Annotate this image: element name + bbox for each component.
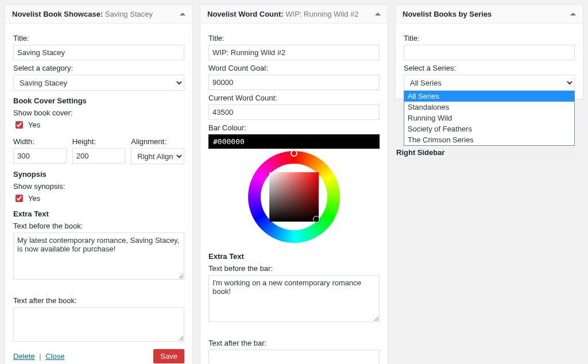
before-bar-label: Text before the bar: [208,264,380,273]
collapse-icon[interactable] [570,13,576,16]
widget-title: Novelist Book Showcase: Saving Stacey [12,10,153,18]
after-label: Text after the book: [13,296,184,305]
show-cover-checkbox[interactable] [16,121,23,129]
series-option[interactable]: Standalones [404,102,574,113]
title-suffix: WIP: Running Wild #2 [285,10,358,18]
hue-wheel-icon[interactable] [248,151,340,243]
widget-header[interactable]: Novelist Books by Series [396,5,583,24]
title-label: Title: [13,34,184,42]
widget-header[interactable]: Novelist Word Count: WIP: Running Wild #… [200,5,388,24]
height-label: Height: [72,137,126,146]
delete-link[interactable]: Delete [13,352,35,361]
yes-label-2: Yes [28,194,40,203]
collapse-icon[interactable] [375,13,381,16]
alignment-label: Alignment: [131,137,184,146]
action-links: Delete | Close [13,352,64,361]
sv-handle[interactable] [313,216,320,223]
yes-label: Yes [28,121,40,129]
color-picker[interactable] [208,149,380,249]
widget-body: Title: Word Count Goal: Current Word Cou… [200,24,388,364]
before-label: Text before the book: [13,222,184,230]
goal-label: Word Count Goal: [208,64,380,72]
title-input[interactable] [208,45,380,60]
current-input[interactable] [208,104,380,120]
height-input[interactable] [72,148,126,164]
title-label: Title: [404,34,575,42]
series-option[interactable]: All Series [404,91,574,102]
goal-input[interactable] [208,75,380,90]
current-label: Current Word Count: [208,94,380,102]
extra-text-heading: Extra Text [13,210,184,218]
widget-title: Novelist Books by Series [403,10,492,18]
width-input[interactable] [13,148,67,164]
show-synopsis-checkbox[interactable] [16,195,23,202]
widget-body: Title: Select a category: Saving Stacey … [5,24,192,364]
widget-books-by-series: Novelist Books by Series Title: Select a… [395,5,583,99]
collapse-icon[interactable] [180,13,185,16]
show-synopsis-label: Show synopsis: [13,182,184,191]
text-before-bar-textarea[interactable] [208,275,380,322]
series-option[interactable]: The Crimson Series [404,134,574,145]
category-select[interactable]: Saving Stacey [13,75,184,91]
series-option[interactable]: Society of Feathers [404,123,574,134]
widget-header[interactable]: Novelist Book Showcase: Saving Stacey [5,5,192,24]
widget-body: Title: Select a Series: All Series All S… [396,24,583,99]
show-cover-label: Show book cover: [13,109,184,117]
text-after-bar-textarea[interactable] [208,350,380,364]
text-after-book-textarea[interactable] [13,307,184,342]
sidebar-area-heading: Right Sidebar [395,145,583,160]
text-before-book-textarea[interactable] [13,233,184,280]
save-button[interactable]: Save [153,349,184,363]
extra-text-heading: Extra Text [208,252,380,261]
series-option[interactable]: Running Wild [404,113,574,123]
title-input[interactable] [404,45,575,60]
title-prefix: Novelist Book Showcase: [12,10,103,18]
close-link[interactable]: Close [45,352,64,361]
bar-colour-label: Bar Colour: [208,123,380,132]
alignment-select[interactable]: Right Aligned [131,148,184,164]
series-select-wrap: All Series All Series Standalones Runnin… [404,75,575,91]
select-series-label: Select a Series: [404,64,575,72]
synopsis-heading: Synopsis [13,170,184,179]
widget-book-showcase: Novelist Book Showcase: Saving Stacey Ti… [5,5,193,364]
category-label: Select a category: [13,64,184,72]
title-input[interactable] [13,45,184,60]
bar-colour-value[interactable]: #000000 [208,134,380,149]
separator: | [39,352,41,361]
width-label: Width: [13,137,67,146]
cover-settings-heading: Book Cover Settings [13,96,184,105]
title-suffix: Saving Stacey [105,10,153,18]
series-select[interactable]: All Series [404,75,575,91]
series-dropdown-open[interactable]: All Series Standalones Running Wild Soci… [404,91,575,146]
widget-word-count: Novelist Word Count: WIP: Running Wild #… [200,5,388,364]
title-label: Title: [208,34,380,42]
after-bar-label: Text after the bar: [208,339,380,347]
saturation-value-box[interactable] [269,172,319,222]
widget-title: Novelist Word Count: WIP: Running Wild #… [207,10,358,18]
title-prefix: Novelist Word Count: [207,10,284,18]
hue-handle[interactable] [291,150,297,157]
